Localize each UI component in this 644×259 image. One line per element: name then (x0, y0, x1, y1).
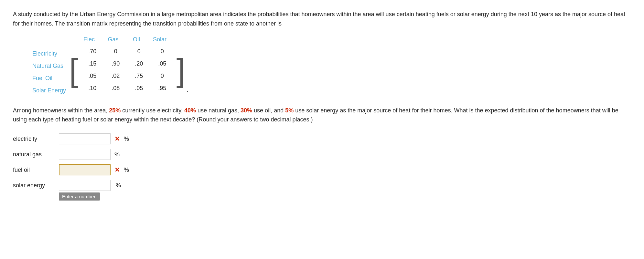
error-icon-electricity: ✕ (114, 135, 120, 143)
row-labels: Electricity Natural Gas Fuel Oil Solar E… (32, 36, 66, 97)
answer-row-fuel-oil: fuel oil ✕ % (13, 164, 631, 175)
error-icon-fuel-oil: ✕ (114, 166, 120, 174)
cell-2-2: .75 (127, 73, 151, 79)
cell-3-0: .10 (81, 85, 104, 92)
col-headers: Elec. Gas Oil Solar (78, 36, 188, 43)
col-header-oil: Oil (125, 36, 148, 43)
cell-3-2: .05 (127, 85, 151, 92)
follow-text-part2: currently use electricity, (121, 107, 184, 114)
answer-row-electricity: electricity ✕ % (13, 133, 631, 144)
label-natural-gas: natural gas (13, 151, 55, 158)
follow-text-part3: use natural gas, (196, 107, 241, 114)
pct-natural-gas: 40% (184, 107, 196, 114)
label-solar-energy: solar energy (13, 182, 55, 189)
cell-0-0: .70 (81, 48, 104, 55)
cell-0-1: 0 (104, 48, 127, 55)
answer-row-natural-gas: natural gas % (13, 149, 631, 160)
cell-2-0: .05 (81, 73, 104, 79)
cell-1-3: .05 (151, 60, 174, 67)
row-label-electricity: Electricity (32, 48, 66, 60)
follow-text-part1: Among homeowners within the area, (13, 107, 109, 114)
percent-natural-gas: % (114, 151, 120, 158)
matrix-row-1: .15 .90 .20 .05 (81, 58, 174, 70)
bracket-left: [ (69, 44, 78, 96)
cell-3-1: .08 (104, 85, 127, 92)
cell-1-1: .90 (104, 60, 127, 67)
input-electricity[interactable] (59, 133, 111, 144)
percent-fuel-oil: % (124, 167, 129, 173)
cell-2-3: 0 (151, 73, 174, 79)
pct-electricity: 25% (109, 107, 121, 114)
row-label-fuel-oil: Fuel Oil (32, 72, 66, 85)
cell-0-2: 0 (127, 48, 151, 55)
matrix-bracket-wrap: [ .70 0 0 0 .15 .90 .20 .05 (69, 44, 186, 96)
label-electricity: electricity (13, 136, 55, 142)
cell-1-2: .20 (127, 60, 151, 67)
pct-oil: 30% (241, 107, 252, 114)
input-solar-energy[interactable] (59, 180, 111, 191)
cell-1-0: .15 (81, 60, 104, 67)
matrix-grid: .70 0 0 0 .15 .90 .20 .05 .05 .02 .7 (78, 44, 177, 96)
tooltip-solar-energy: Enter a number. (59, 192, 100, 201)
row-label-solar-energy: Solar Energy (32, 85, 66, 97)
col-header-solar: Solar (148, 36, 171, 43)
bracket-right: ] (177, 44, 186, 96)
percent-electricity: % (124, 136, 129, 142)
follow-text-part4: use oil, and (252, 107, 285, 114)
cell-0-3: 0 (151, 48, 174, 55)
col-header-gas: Gas (102, 36, 125, 43)
matrix-period: . (187, 87, 188, 96)
matrix-container: Elec. Gas Oil Solar [ .70 0 0 0 .15 .90 (69, 36, 188, 96)
cell-2-1: .02 (104, 73, 127, 79)
input-fuel-oil[interactable] (59, 164, 111, 175)
answer-section: electricity ✕ % natural gas % fuel oil ✕… (13, 133, 631, 191)
col-header-elec: Elec. (78, 36, 102, 43)
matrix-row-3: .10 .08 .05 .95 (81, 82, 174, 95)
answer-row-solar-energy: solar energy Enter a number. % (13, 180, 631, 191)
matrix-row-0: .70 0 0 0 (81, 46, 174, 58)
percent-solar-energy: % (116, 182, 121, 189)
matrix-section: Electricity Natural Gas Fuel Oil Solar E… (32, 36, 631, 97)
label-fuel-oil: fuel oil (13, 167, 55, 173)
cell-3-3: .95 (151, 85, 174, 92)
matrix-row-2: .05 .02 .75 0 (81, 70, 174, 82)
pct-solar: 5% (285, 107, 294, 114)
follow-paragraph: Among homeowners within the area, 25% cu… (13, 106, 631, 125)
row-label-natural-gas: Natural Gas (32, 60, 66, 72)
input-natural-gas[interactable] (59, 149, 111, 160)
intro-paragraph: A study conducted by the Urban Energy Co… (13, 10, 631, 28)
